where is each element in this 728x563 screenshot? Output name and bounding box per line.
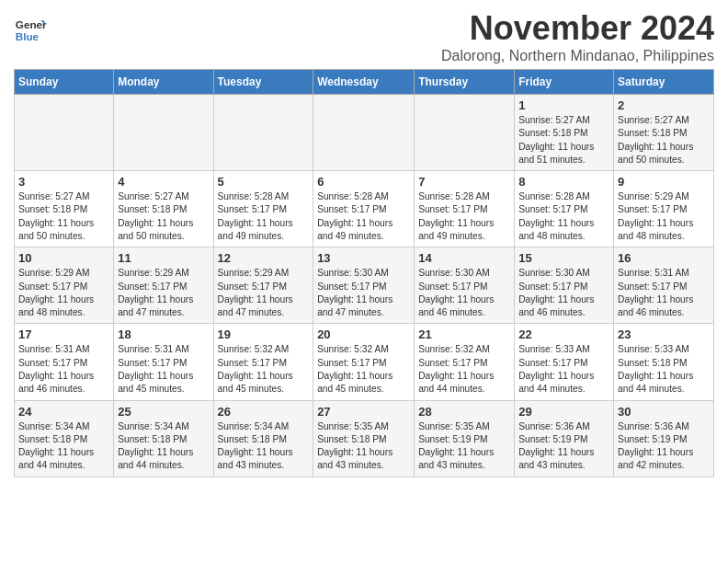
- day-info: Sunrise: 5:27 AM Sunset: 5:18 PM Dayligh…: [618, 114, 710, 167]
- day-info: Sunrise: 5:27 AM Sunset: 5:18 PM Dayligh…: [18, 190, 109, 243]
- day-number: 28: [418, 405, 510, 419]
- calendar-week-row: 10Sunrise: 5:29 AM Sunset: 5:17 PM Dayli…: [15, 247, 714, 324]
- calendar-day-cell: 13Sunrise: 5:30 AM Sunset: 5:17 PM Dayli…: [313, 247, 415, 324]
- calendar-day-cell: [415, 95, 515, 171]
- day-info: Sunrise: 5:28 AM Sunset: 5:17 PM Dayligh…: [218, 190, 310, 243]
- day-number: 23: [618, 327, 710, 341]
- svg-text:General: General: [16, 18, 47, 30]
- day-number: 7: [418, 175, 510, 189]
- day-number: 13: [317, 251, 410, 265]
- day-number: 10: [18, 251, 109, 265]
- calendar-day-cell: [213, 95, 313, 171]
- calendar-day-cell: 16Sunrise: 5:31 AM Sunset: 5:17 PM Dayli…: [614, 247, 714, 324]
- day-number: 26: [218, 405, 310, 419]
- calendar-day-cell: 2Sunrise: 5:27 AM Sunset: 5:18 PM Daylig…: [614, 95, 714, 171]
- weekday-header-cell: Tuesday: [213, 70, 313, 95]
- day-number: 22: [518, 327, 609, 341]
- day-info: Sunrise: 5:36 AM Sunset: 5:19 PM Dayligh…: [518, 420, 609, 473]
- day-number: 15: [518, 251, 609, 265]
- day-number: 9: [618, 175, 710, 189]
- calendar-day-cell: 15Sunrise: 5:30 AM Sunset: 5:17 PM Dayli…: [515, 247, 614, 324]
- calendar-day-cell: [114, 95, 213, 171]
- calendar-body: 1Sunrise: 5:27 AM Sunset: 5:18 PM Daylig…: [15, 95, 714, 477]
- calendar-day-cell: 23Sunrise: 5:33 AM Sunset: 5:18 PM Dayli…: [614, 324, 714, 400]
- day-number: 19: [218, 327, 310, 341]
- day-number: 20: [317, 327, 410, 341]
- location-subtitle: Dalorong, Northern Mindanao, Philippines: [441, 48, 714, 64]
- day-number: 27: [317, 405, 410, 419]
- day-number: 25: [118, 405, 209, 419]
- weekday-header-cell: Thursday: [415, 70, 515, 95]
- day-info: Sunrise: 5:28 AM Sunset: 5:17 PM Dayligh…: [317, 190, 410, 243]
- day-info: Sunrise: 5:32 AM Sunset: 5:17 PM Dayligh…: [218, 343, 310, 396]
- calendar-day-cell: [15, 95, 114, 171]
- calendar-day-cell: 27Sunrise: 5:35 AM Sunset: 5:18 PM Dayli…: [313, 400, 415, 477]
- weekday-header-cell: Sunday: [15, 70, 114, 95]
- calendar-day-cell: 10Sunrise: 5:29 AM Sunset: 5:17 PM Dayli…: [15, 247, 114, 324]
- calendar-day-cell: 19Sunrise: 5:32 AM Sunset: 5:17 PM Dayli…: [213, 324, 313, 400]
- day-info: Sunrise: 5:32 AM Sunset: 5:17 PM Dayligh…: [317, 343, 410, 396]
- calendar-day-cell: 17Sunrise: 5:31 AM Sunset: 5:17 PM Dayli…: [15, 324, 114, 400]
- calendar-day-cell: 12Sunrise: 5:29 AM Sunset: 5:17 PM Dayli…: [213, 247, 313, 324]
- calendar-week-row: 1Sunrise: 5:27 AM Sunset: 5:18 PM Daylig…: [15, 95, 714, 171]
- day-number: 17: [18, 327, 109, 341]
- day-number: 11: [118, 251, 209, 265]
- calendar-week-row: 24Sunrise: 5:34 AM Sunset: 5:18 PM Dayli…: [15, 400, 714, 477]
- header: General Blue November 2024 Dalorong, Nor…: [14, 9, 714, 64]
- day-number: 8: [518, 175, 609, 189]
- day-info: Sunrise: 5:28 AM Sunset: 5:17 PM Dayligh…: [518, 190, 609, 243]
- day-number: 30: [618, 405, 710, 419]
- calendar-day-cell: 24Sunrise: 5:34 AM Sunset: 5:18 PM Dayli…: [15, 400, 114, 477]
- calendar-day-cell: 21Sunrise: 5:32 AM Sunset: 5:17 PM Dayli…: [415, 324, 515, 400]
- weekday-header-cell: Saturday: [614, 70, 714, 95]
- calendar-week-row: 3Sunrise: 5:27 AM Sunset: 5:18 PM Daylig…: [15, 171, 714, 247]
- day-info: Sunrise: 5:34 AM Sunset: 5:18 PM Dayligh…: [218, 420, 310, 473]
- day-number: 2: [618, 98, 710, 112]
- day-number: 1: [518, 98, 609, 112]
- day-info: Sunrise: 5:36 AM Sunset: 5:19 PM Dayligh…: [618, 420, 710, 473]
- day-info: Sunrise: 5:35 AM Sunset: 5:19 PM Dayligh…: [418, 420, 510, 473]
- calendar-day-cell: [313, 95, 415, 171]
- calendar-day-cell: 30Sunrise: 5:36 AM Sunset: 5:19 PM Dayli…: [614, 400, 714, 477]
- day-number: 18: [118, 327, 209, 341]
- svg-text:Blue: Blue: [16, 30, 40, 42]
- day-info: Sunrise: 5:28 AM Sunset: 5:17 PM Dayligh…: [418, 190, 510, 243]
- day-info: Sunrise: 5:27 AM Sunset: 5:18 PM Dayligh…: [518, 114, 609, 167]
- day-number: 12: [218, 251, 310, 265]
- logo-icon: General Blue: [14, 14, 47, 47]
- calendar-day-cell: 8Sunrise: 5:28 AM Sunset: 5:17 PM Daylig…: [515, 171, 614, 247]
- day-number: 14: [418, 251, 510, 265]
- calendar-day-cell: 3Sunrise: 5:27 AM Sunset: 5:18 PM Daylig…: [15, 171, 114, 247]
- day-number: 5: [218, 175, 310, 189]
- calendar-week-row: 17Sunrise: 5:31 AM Sunset: 5:17 PM Dayli…: [15, 324, 714, 400]
- day-info: Sunrise: 5:32 AM Sunset: 5:17 PM Dayligh…: [418, 343, 510, 396]
- calendar-day-cell: 7Sunrise: 5:28 AM Sunset: 5:17 PM Daylig…: [415, 171, 515, 247]
- day-info: Sunrise: 5:30 AM Sunset: 5:17 PM Dayligh…: [518, 267, 609, 319]
- calendar-day-cell: 6Sunrise: 5:28 AM Sunset: 5:17 PM Daylig…: [313, 171, 415, 247]
- calendar-day-cell: 20Sunrise: 5:32 AM Sunset: 5:17 PM Dayli…: [313, 324, 415, 400]
- day-info: Sunrise: 5:31 AM Sunset: 5:17 PM Dayligh…: [18, 343, 109, 396]
- calendar-day-cell: 11Sunrise: 5:29 AM Sunset: 5:17 PM Dayli…: [114, 247, 213, 324]
- day-info: Sunrise: 5:34 AM Sunset: 5:18 PM Dayligh…: [118, 420, 209, 473]
- calendar-day-cell: 25Sunrise: 5:34 AM Sunset: 5:18 PM Dayli…: [114, 400, 213, 477]
- calendar-day-cell: 14Sunrise: 5:30 AM Sunset: 5:17 PM Dayli…: [415, 247, 515, 324]
- day-number: 6: [317, 175, 410, 189]
- day-info: Sunrise: 5:29 AM Sunset: 5:17 PM Dayligh…: [18, 267, 109, 319]
- title-block: November 2024 Dalorong, Northern Mindana…: [441, 9, 714, 64]
- day-number: 24: [18, 405, 109, 419]
- day-info: Sunrise: 5:27 AM Sunset: 5:18 PM Dayligh…: [118, 190, 209, 243]
- calendar-table: SundayMondayTuesdayWednesdayThursdayFrid…: [14, 69, 714, 477]
- calendar-day-cell: 26Sunrise: 5:34 AM Sunset: 5:18 PM Dayli…: [213, 400, 313, 477]
- weekday-header-cell: Friday: [515, 70, 614, 95]
- calendar-day-cell: 22Sunrise: 5:33 AM Sunset: 5:17 PM Dayli…: [515, 324, 614, 400]
- day-info: Sunrise: 5:29 AM Sunset: 5:17 PM Dayligh…: [218, 267, 310, 319]
- logo: General Blue: [14, 14, 47, 47]
- day-info: Sunrise: 5:31 AM Sunset: 5:17 PM Dayligh…: [618, 267, 710, 319]
- calendar-day-cell: 18Sunrise: 5:31 AM Sunset: 5:17 PM Dayli…: [114, 324, 213, 400]
- day-number: 29: [518, 405, 609, 419]
- day-info: Sunrise: 5:34 AM Sunset: 5:18 PM Dayligh…: [18, 420, 109, 473]
- day-number: 3: [18, 175, 109, 189]
- day-number: 4: [118, 175, 209, 189]
- weekday-header-row: SundayMondayTuesdayWednesdayThursdayFrid…: [15, 70, 714, 95]
- day-info: Sunrise: 5:30 AM Sunset: 5:17 PM Dayligh…: [418, 267, 510, 319]
